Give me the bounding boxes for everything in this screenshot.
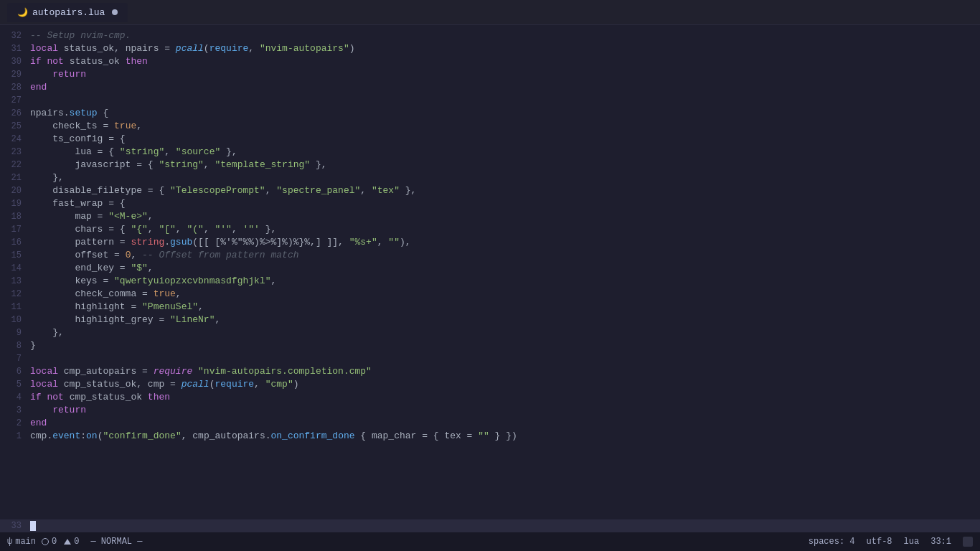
line-number: 14 [0, 262, 22, 275]
encoding-info: utf-8 [867, 537, 892, 547]
code-line: npairs.setup { [30, 107, 980, 120]
code-line: } [30, 339, 980, 352]
code-line: local cmp_status_ok, cmp = pcall(require… [30, 378, 980, 391]
line-number: 31 [0, 42, 22, 55]
code-line: end_key = "$", [30, 262, 980, 275]
statusbar: ψ main 0 0 — NORMAL — spaces: 4 utf-8 lu… [0, 532, 980, 551]
line-number: 20 [0, 184, 22, 197]
code-line: end [30, 81, 980, 94]
line-number: 8 [0, 339, 22, 352]
code-line: check_ts = true, [30, 120, 980, 133]
code-line: highlight_grey = "LineNr", [30, 314, 980, 326]
cursor-line-content [30, 519, 980, 532]
line-number: 21 [0, 171, 22, 184]
line-number: 32 [0, 29, 22, 42]
editor: 3231302928272625242322212019181716151413… [0, 25, 980, 532]
code-line [30, 94, 980, 107]
position-info: 33:1 [930, 537, 951, 547]
status-mode: — NORMAL — [90, 537, 142, 547]
line-number: 1 [0, 430, 22, 443]
code-line: lua = { "string", "source" }, [30, 146, 980, 159]
cursor [30, 521, 36, 531]
warning-icon [64, 539, 71, 545]
status-errors: 0 0 [42, 537, 79, 547]
branch-icon: ψ [7, 537, 12, 547]
code-line: offset = 0, -- Offset from pattern match [30, 249, 980, 262]
code-line: local status_ok, npairs = pcall(require,… [30, 42, 980, 55]
status-branch: ψ main [7, 537, 36, 547]
warning-count: 0 [74, 537, 79, 547]
code-line: chars = { "{", "[", "(", "'", '"' }, [30, 223, 980, 236]
line-number: 7 [0, 352, 22, 365]
status-right: spaces: 4 utf-8 lua 33:1 [809, 537, 973, 547]
code-line: return [30, 68, 980, 81]
code-line: map = "<M-e>", [30, 210, 980, 223]
line-number: 28 [0, 81, 22, 94]
code-line: local cmp_autopairs = require "nvim-auto… [30, 365, 980, 378]
line-number: 18 [0, 210, 22, 223]
line-number: 25 [0, 120, 22, 133]
code-line: javascript = { "string", "template_strin… [30, 159, 980, 171]
code-line: if not cmp_status_ok then [30, 391, 980, 404]
line-number: 6 [0, 365, 22, 378]
code-line: if not status_ok then [30, 55, 980, 68]
line-number: 9 [0, 326, 22, 339]
status-left: ψ main 0 0 — NORMAL — [7, 537, 142, 547]
code-line: -- Setup nvim-cmp. [30, 29, 980, 42]
line-number: 16 [0, 236, 22, 249]
tab-bar: 🌙 autopairs.lua [0, 0, 980, 25]
tab-filename: autopairs.lua [32, 7, 105, 18]
cursor-line-number: 33 [0, 521, 30, 531]
code-line: }, [30, 171, 980, 184]
line-number: 11 [0, 301, 22, 314]
line-number: 2 [0, 417, 22, 430]
code-line: }, [30, 326, 980, 339]
line-number: 13 [0, 275, 22, 288]
line-number: 5 [0, 378, 22, 391]
line-number: 12 [0, 288, 22, 301]
spaces-info: spaces: 4 [809, 537, 855, 547]
code-line: cmp.event:on("confirm_done", cmp_autopai… [30, 430, 980, 443]
error-count: 0 [52, 537, 57, 547]
line-number: 29 [0, 68, 22, 81]
code-line: pattern = string.gsub([[ [%'%"%%)%>%]%)%… [30, 236, 980, 249]
line-number: 17 [0, 223, 22, 236]
editor-tab[interactable]: 🌙 autopairs.lua [7, 3, 128, 22]
code-container: 3231302928272625242322212019181716151413… [0, 25, 980, 519]
code-line: keys = "qwertyuiopzxcvbnmasdfghjkl", [30, 275, 980, 288]
code-content[interactable]: -- Setup nvim-cmp.local status_ok, npair… [30, 28, 980, 517]
line-number: 23 [0, 146, 22, 159]
line-number: 30 [0, 55, 22, 68]
line-number: 24 [0, 133, 22, 146]
line-numbers: 3231302928272625242322212019181716151413… [0, 28, 30, 517]
error-icon [42, 538, 49, 545]
code-line: disable_filetype = { "TelescopePrompt", … [30, 184, 980, 197]
cursor-row: 33 [0, 519, 980, 532]
status-indicator [963, 537, 973, 547]
line-number: 15 [0, 249, 22, 262]
line-number: 26 [0, 107, 22, 120]
line-number: 3 [0, 404, 22, 417]
code-line: fast_wrap = { [30, 197, 980, 210]
code-line: highlight = "PmenuSel", [30, 301, 980, 314]
lua-icon: 🌙 [17, 7, 28, 18]
line-number: 4 [0, 391, 22, 404]
line-number: 10 [0, 314, 22, 326]
line-number: 19 [0, 197, 22, 210]
filetype-info: lua [904, 537, 920, 547]
code-line: check_comma = true, [30, 288, 980, 301]
code-line: return [30, 404, 980, 417]
line-number: 27 [0, 94, 22, 107]
code-line [30, 352, 980, 365]
tab-modified-dot [112, 9, 118, 15]
branch-name: main [15, 537, 36, 547]
line-number: 22 [0, 159, 22, 171]
code-line: ts_config = { [30, 133, 980, 146]
code-line: end [30, 417, 980, 430]
